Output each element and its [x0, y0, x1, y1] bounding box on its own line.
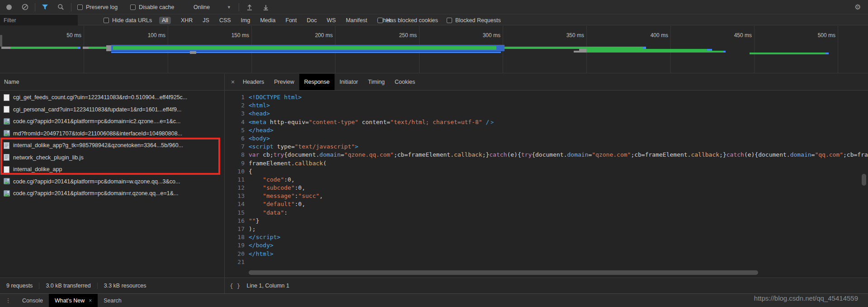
- filter-type-ws[interactable]: WS: [327, 17, 336, 24]
- code-line: 6<body>: [225, 134, 868, 143]
- throttling-dropdown[interactable]: Online: [193, 0, 210, 14]
- filter-toggle-button[interactable]: [42, 0, 48, 14]
- filter-input[interactable]: Filter: [0, 15, 78, 25]
- filter-type-xhr[interactable]: XHR: [181, 17, 193, 24]
- line-number: 8: [228, 151, 245, 159]
- checkbox-icon: [77, 5, 83, 10]
- code-token: callback: [691, 151, 719, 158]
- drawer-tab-search[interactable]: Search: [98, 294, 127, 307]
- filter-type-img[interactable]: Img: [241, 17, 250, 24]
- table-row-request[interactable]: internal_dolike_app?g_tk=985798942&qzone…: [0, 139, 224, 152]
- has-blocked-cookies-checkbox[interactable]: Has blocked cookies: [377, 15, 438, 25]
- close-detail-icon[interactable]: ×: [228, 74, 238, 90]
- format-pretty-print-icon[interactable]: { }: [230, 283, 240, 289]
- line-number: 20: [228, 250, 245, 258]
- filter-type-media[interactable]: Media: [260, 17, 275, 24]
- settings-button[interactable]: ⚙: [854, 0, 861, 14]
- waterfall-bar: [78, 47, 80, 49]
- code-token: [249, 201, 263, 207]
- request-detail-panel: × HeadersPreviewResponseInitiatorTimingC…: [225, 74, 868, 278]
- table-row-request[interactable]: network_check_plugin_lib.js: [0, 152, 224, 164]
- table-row-request[interactable]: md?fromId=204971707&told=211006088&inter…: [0, 128, 224, 140]
- timeline-tick-label: 400 ms: [632, 32, 668, 38]
- filter-type-manifest[interactable]: Manifest: [346, 17, 367, 24]
- blocked-requests-checkbox[interactable]: Blocked Requests: [447, 15, 501, 25]
- code-token: "code": [263, 176, 284, 183]
- table-row-request[interactable]: internal_dolike_app: [0, 163, 224, 176]
- code-token: (e){: [507, 151, 521, 158]
- filter-funnel-icon: [42, 4, 48, 10]
- timeline-tick-label: 500 ms: [799, 32, 835, 38]
- search-button[interactable]: [57, 0, 64, 14]
- request-name: cgi_get_feeds_count.cgi?uin=1223411083&r…: [13, 94, 187, 101]
- drawer-menu-button[interactable]: ⋮: [0, 294, 16, 307]
- search-tab-label: Search: [104, 297, 122, 304]
- column-header-name[interactable]: Name: [0, 74, 224, 91]
- code-line: 21: [225, 258, 868, 266]
- table-row-request[interactable]: cgi_personal_card?uin=1223411083&fupdate…: [0, 104, 224, 116]
- export-arrow-icon: [262, 4, 269, 11]
- timeline-tick-label: 350 ms: [548, 32, 584, 38]
- overview-drag-handle[interactable]: [0, 35, 2, 47]
- filter-type-font[interactable]: Font: [286, 17, 297, 24]
- hide-data-urls-checkbox[interactable]: Hide data URLs: [104, 15, 152, 25]
- waterfall-bar: [1, 47, 10, 49]
- code-token: "default": [263, 201, 294, 207]
- horizontal-scrollbar-thumb[interactable]: [249, 270, 758, 275]
- code-token: (: [323, 160, 326, 167]
- import-har-button[interactable]: [246, 0, 253, 14]
- code-line: 20</html>: [225, 250, 868, 258]
- tab-timing[interactable]: Timing: [363, 74, 390, 90]
- line-number: 9: [228, 159, 245, 168]
- clear-button[interactable]: [22, 0, 28, 14]
- export-har-button[interactable]: [262, 0, 269, 14]
- tab-initiator[interactable]: Initiator: [335, 74, 363, 90]
- vertical-scrollbar-thumb[interactable]: [862, 174, 866, 186]
- image-icon: [4, 178, 10, 184]
- network-filter-bar: Filter Hide data URLs AllXHRJSCSSImgMedi…: [0, 15, 868, 25]
- code-token: "text/html; charset=utf-8": [390, 119, 482, 125]
- script-icon: [4, 142, 9, 149]
- timeline-tick-label: 300 ms: [464, 32, 500, 38]
- code-token: catch: [726, 151, 744, 158]
- preserve-log-checkbox[interactable]: Preserve log: [77, 0, 118, 14]
- filter-type-js[interactable]: JS: [203, 17, 209, 24]
- close-tab-icon[interactable]: ×: [89, 297, 92, 304]
- checkbox-icon: [447, 18, 452, 23]
- cursor-position: Line 1, Column 1: [246, 283, 289, 289]
- throttling-caret[interactable]: ▼: [227, 0, 231, 14]
- filter-type-css[interactable]: CSS: [219, 17, 231, 24]
- code-token: :0,: [284, 176, 294, 183]
- toolbar-separator: [71, 3, 71, 11]
- code-token: [249, 184, 263, 191]
- script-icon: [4, 154, 9, 161]
- drawer-tab-console[interactable]: Console: [16, 294, 49, 307]
- code-token: {document.: [532, 151, 567, 158]
- network-overview-timeline[interactable]: 50 ms100 ms150 ms200 ms250 ms300 ms350 m…: [0, 26, 868, 73]
- code-token: );: [249, 225, 256, 232]
- table-row-request[interactable]: code.cgi?appid=20141&platform=pc&domain=…: [0, 115, 224, 128]
- code-line: 7<script type="text/javascript">: [225, 143, 868, 151]
- code-token: :0,: [295, 201, 305, 207]
- response-source-viewer[interactable]: 1<!DOCTYPE html>2<html>3<head>4<meta htt…: [225, 91, 868, 271]
- tab-headers[interactable]: Headers: [238, 74, 269, 90]
- record-button[interactable]: [6, 0, 12, 14]
- drawer-tab-whats-new[interactable]: What's New ×: [49, 294, 98, 307]
- filter-type-doc[interactable]: Doc: [307, 17, 317, 24]
- timeline-tick-label: 250 ms: [381, 32, 417, 38]
- code-token: frameElement.: [249, 160, 295, 167]
- code-token: try: [274, 151, 284, 158]
- line-number: 14: [228, 200, 245, 208]
- table-row-request[interactable]: cgi_get_feeds_count.cgi?uin=1223411083&r…: [0, 91, 224, 104]
- detail-tab-bar: × HeadersPreviewResponseInitiatorTimingC…: [225, 74, 868, 91]
- tab-cookies[interactable]: Cookies: [390, 74, 420, 90]
- code-token: http-equiv=: [266, 119, 309, 125]
- disable-cache-checkbox[interactable]: Disable cache: [130, 0, 175, 14]
- filter-type-all[interactable]: All: [159, 17, 171, 24]
- line-number: 2: [228, 101, 245, 110]
- table-row-request[interactable]: code.cgi?appid=20141&platform=pc&domain=…: [0, 187, 224, 200]
- table-row-request[interactable]: code.cgi?appid=20141&platform=pc&domain=…: [0, 176, 224, 188]
- tab-preview[interactable]: Preview: [269, 74, 299, 90]
- waterfall-bar: [574, 51, 586, 53]
- tab-response[interactable]: Response: [299, 74, 335, 90]
